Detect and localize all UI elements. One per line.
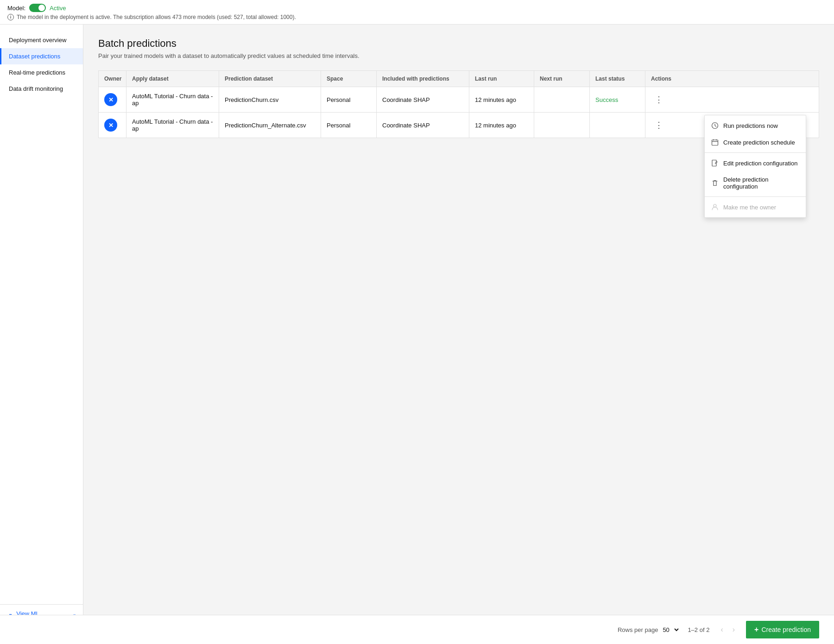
create-prediction-button[interactable]: + Create prediction — [746, 621, 819, 638]
table-header: Owner Apply dataset Prediction dataset S… — [99, 71, 819, 87]
td-included-2: Coordinate SHAP — [377, 113, 469, 138]
dropdown-section-2: Edit prediction configuration Delete pre… — [705, 153, 806, 197]
model-status-row: Model: Active — [7, 4, 827, 12]
th-apply-dataset: Apply dataset — [126, 71, 219, 87]
sidebar-item-deployment-overview[interactable]: Deployment overview — [0, 32, 83, 48]
create-prediction-label: Create prediction — [761, 626, 811, 633]
rows-per-page-select[interactable]: 50 25 100 — [661, 626, 680, 634]
trash-icon — [711, 179, 719, 187]
owner-avatar-2: ✕ — [104, 119, 117, 132]
layout: Deployment overview Dataset predictions … — [0, 25, 834, 637]
last-run-value-1: 12 minutes ago — [475, 96, 516, 103]
td-owner-1: ✕ — [99, 87, 126, 112]
dropdown-item-edit-prediction-configuration[interactable]: Edit prediction configuration — [705, 155, 806, 171]
plus-icon: + — [754, 625, 758, 634]
td-last-status-2 — [590, 113, 645, 138]
actions-button-1[interactable]: ⋮ — [651, 93, 667, 107]
info-row: i The model in the deployment is active.… — [7, 14, 827, 20]
edit-doc-icon — [711, 159, 719, 167]
top-bar: Model: Active i The model in the deploym… — [0, 0, 834, 25]
svg-rect-6 — [712, 160, 716, 166]
prediction-dataset-value-2: PredictionChurn_Alternate.csv — [225, 122, 306, 129]
th-space: Space — [321, 71, 377, 87]
td-prediction-dataset-2: PredictionChurn_Alternate.csv — [219, 113, 321, 138]
sidebar-label-realtime-predictions: Real-time predictions — [9, 69, 65, 76]
make-me-owner-label: Make me the owner — [723, 204, 776, 211]
info-icon: i — [7, 14, 14, 20]
pagination-info: 1–2 of 2 — [688, 626, 709, 633]
th-next-run: Next run — [534, 71, 590, 87]
td-space-1: Personal — [321, 87, 377, 112]
actions-button-2[interactable]: ⋮ — [651, 118, 667, 132]
dropdown-section-1: Run predictions now Create prediction sc… — [705, 115, 806, 153]
sidebar-item-dataset-predictions[interactable]: Dataset predictions — [0, 48, 83, 64]
svg-rect-2 — [712, 140, 718, 145]
last-run-value-2: 12 minutes ago — [475, 122, 516, 129]
td-actions-1[interactable]: ⋮ — [645, 87, 682, 112]
table-row: ✕ AutoML Tutorial - Churn data - ap Pred… — [99, 87, 819, 113]
space-value-2: Personal — [327, 122, 350, 129]
included-value-2: Coordinate SHAP — [382, 122, 430, 129]
td-included-1: Coordinate SHAP — [377, 87, 469, 112]
model-label: Model: — [7, 5, 25, 12]
th-owner: Owner — [99, 71, 126, 87]
actions-dropdown-menu: Run predictions now Create prediction sc… — [704, 115, 806, 218]
svg-point-7 — [714, 204, 716, 207]
included-value-1: Coordinate SHAP — [382, 96, 430, 103]
apply-dataset-value-2: AutoML Tutorial - Churn data - ap — [132, 118, 213, 132]
th-last-status: Last status — [590, 71, 645, 87]
td-actions-2[interactable]: ⋮ — [645, 113, 682, 138]
sidebar: Deployment overview Dataset predictions … — [0, 25, 83, 637]
th-last-run: Last run — [469, 71, 534, 87]
info-text: The model in the deployment is active. T… — [17, 14, 296, 20]
prev-page-button[interactable]: ‹ — [717, 624, 727, 636]
dropdown-section-3: Make me the owner — [705, 197, 806, 217]
dropdown-item-create-prediction-schedule[interactable]: Create prediction schedule — [705, 134, 806, 151]
td-last-run-2: 12 minutes ago — [469, 113, 534, 138]
page-title: Batch predictions — [98, 38, 819, 50]
sidebar-item-data-drift-monitoring[interactable]: Data drift monitoring — [0, 81, 83, 97]
dropdown-item-delete-prediction-configuration[interactable]: Delete prediction configuration — [705, 171, 806, 195]
model-active-label: Active — [50, 5, 66, 12]
td-next-run-1 — [534, 87, 590, 112]
last-status-value-1: Success — [595, 96, 618, 103]
apply-dataset-value-1: AutoML Tutorial - Churn data - ap — [132, 93, 213, 107]
bottom-bar: Rows per page 50 25 100 1–2 of 2 ‹ › + C… — [0, 615, 834, 644]
delete-prediction-configuration-label: Delete prediction configuration — [723, 176, 799, 190]
pagination-text: 1–2 of 2 — [688, 626, 709, 633]
td-owner-2: ✕ — [99, 113, 126, 138]
page-subtitle: Pair your trained models with a dataset … — [98, 52, 819, 59]
rows-per-page-label: Rows per page — [618, 626, 658, 633]
run-predictions-now-label: Run predictions now — [723, 122, 778, 129]
next-page-button[interactable]: › — [729, 624, 739, 636]
td-last-run-1: 12 minutes ago — [469, 87, 534, 112]
th-prediction-dataset: Prediction dataset — [219, 71, 321, 87]
person-icon — [711, 203, 719, 211]
create-prediction-schedule-label: Create prediction schedule — [723, 139, 795, 146]
dropdown-item-make-me-owner: Make me the owner — [705, 199, 806, 215]
page-nav: ‹ › — [717, 624, 739, 636]
model-toggle[interactable] — [29, 4, 46, 12]
dropdown-item-run-predictions-now[interactable]: Run predictions now — [705, 117, 806, 134]
sidebar-label-dataset-predictions: Dataset predictions — [9, 53, 60, 60]
th-included-with-predictions: Included with predictions — [377, 71, 469, 87]
td-last-status-1: Success — [590, 87, 645, 112]
owner-avatar-1: ✕ — [104, 93, 117, 106]
sidebar-label-deployment-overview: Deployment overview — [9, 37, 66, 44]
td-apply-dataset-2: AutoML Tutorial - Churn data - ap — [126, 113, 219, 138]
rows-per-page-control: Rows per page 50 25 100 — [618, 626, 680, 634]
th-actions: Actions — [645, 71, 682, 87]
prediction-dataset-value-1: PredictionChurn.csv — [225, 96, 278, 103]
sidebar-item-realtime-predictions[interactable]: Real-time predictions — [0, 64, 83, 81]
td-apply-dataset-1: AutoML Tutorial - Churn data - ap — [126, 87, 219, 112]
td-space-2: Personal — [321, 113, 377, 138]
td-next-run-2 — [534, 113, 590, 138]
main-content: Batch predictions Pair your trained mode… — [83, 25, 834, 637]
calendar-icon — [711, 139, 719, 146]
sidebar-label-data-drift-monitoring: Data drift monitoring — [9, 85, 63, 92]
space-value-1: Personal — [327, 96, 350, 103]
sidebar-nav: Deployment overview Dataset predictions … — [0, 32, 83, 97]
clock-icon — [711, 122, 719, 129]
td-prediction-dataset-1: PredictionChurn.csv — [219, 87, 321, 112]
edit-prediction-configuration-label: Edit prediction configuration — [723, 160, 797, 167]
